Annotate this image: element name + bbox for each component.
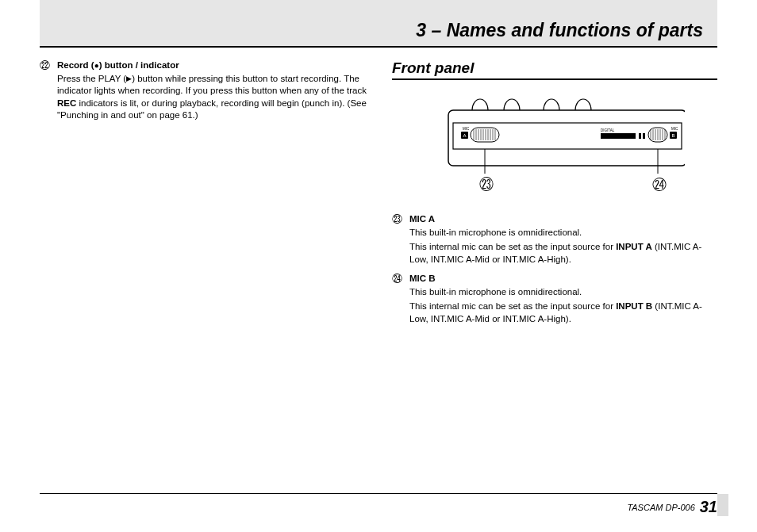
svg-rect-14 (601, 133, 636, 139)
entry-24-head: MIC B (409, 273, 717, 285)
entry-22-paragraph: Press the PLAY (▶) button while pressing… (57, 73, 381, 122)
mic-a-text: MIC (463, 127, 470, 131)
entry-23: ㉓ MIC A This built-in microphone is omni… (392, 213, 717, 268)
entry-22-head: Record (●) button / indicator (57, 59, 381, 72)
footer-rule (40, 493, 717, 494)
svg-rect-1 (453, 123, 682, 149)
entry-24: ㉔ MIC B This built-in microphone is omni… (392, 273, 717, 327)
column-right: Front panel MIC A (392, 59, 717, 332)
entry-23-p2: This internal mic can be set as the inpu… (409, 241, 717, 266)
entry-24-number: ㉔ (392, 273, 409, 327)
entry-23-head: MIC A (409, 213, 717, 226)
entry-22-number: ㉒ (40, 59, 57, 124)
entry-23-p1: This built-in microphone is omnidirectio… (409, 227, 717, 239)
header-bar: 3 – Names and functions of parts (40, 0, 717, 46)
column-left: ㉒ Record (●) button / indicator Press th… (40, 59, 381, 332)
entry-22-body: Record (●) button / indicator Press the … (57, 59, 381, 124)
footer: TASCAM DP-006 31 (40, 498, 717, 516)
digital-text: DIGITAL (601, 128, 615, 132)
svg-rect-15 (639, 133, 641, 139)
entry-23-number: ㉓ (392, 213, 409, 268)
content-columns: ㉒ Record (●) button / indicator Press th… (40, 59, 717, 332)
svg-rect-16 (643, 133, 645, 139)
mic-b-letter: B (672, 133, 675, 138)
entry-24-body: MIC B This built-in microphone is omnidi… (409, 273, 717, 327)
footer-page: 31 (700, 498, 717, 516)
mic-b-text: MIC (671, 127, 678, 131)
callout-23: ㉓ (479, 177, 494, 193)
footer-thumb-tab (717, 494, 728, 516)
section-head-front-panel: Front panel (392, 59, 717, 80)
header-rule (40, 46, 717, 48)
entry-24-p2: This internal mic can be set as the inpu… (409, 300, 717, 325)
entry-23-body: MIC A This built-in microphone is omnidi… (409, 213, 717, 268)
entry-22: ㉒ Record (●) button / indicator Press th… (40, 59, 381, 124)
front-panel-svg: MIC A DIGITAL (425, 88, 685, 199)
entry-24-p1: This built-in microphone is omnidirectio… (409, 286, 717, 299)
front-panel-diagram: MIC A DIGITAL (392, 88, 717, 202)
callout-24: ㉔ (652, 177, 667, 193)
footer-model: TASCAM DP-006 (627, 503, 694, 512)
chapter-title: 3 – Names and functions of parts (416, 20, 703, 41)
mic-a-letter: A (463, 133, 467, 138)
